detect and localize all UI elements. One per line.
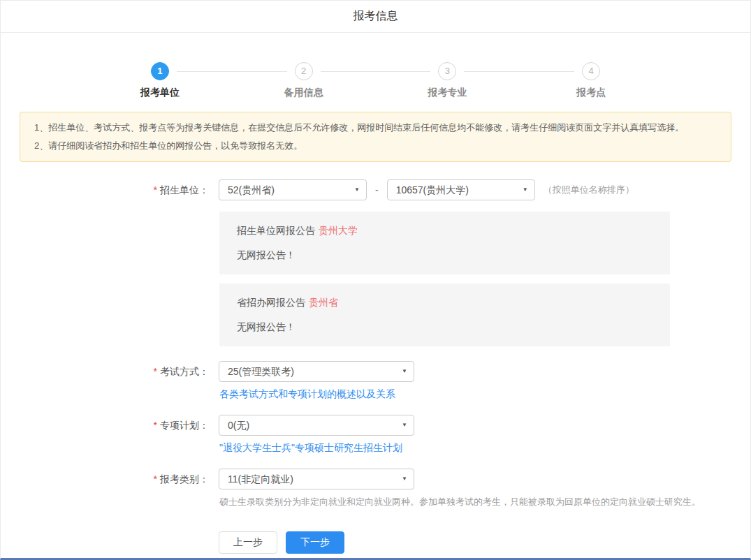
exam-method-row: *考试方式： 25(管理类联考) ▼ — [1, 361, 750, 382]
special-plan-label: *专项计划： — [1, 415, 209, 436]
step-4-label: 报考点 — [519, 87, 663, 99]
category-label: *报考类别： — [1, 469, 209, 489]
page-header: 报考信息 — [1, 1, 750, 33]
exam-method-info-link[interactable]: 各类考试方式和专项计划的概述以及关系 — [219, 388, 395, 399]
step-3-circle: 3 — [438, 62, 456, 80]
unit-announcement-body: 无网报公告！ — [237, 249, 652, 265]
select-separator: - — [375, 179, 379, 200]
wizard-stepper: 1 报考单位 2 备用信息 3 报考专业 4 报考点 — [88, 62, 663, 99]
unit-announcement-link[interactable]: 贵州大学 — [319, 225, 358, 236]
warning-line-1: 1、招生单位、考试方式、报考点等为报考关键信息，在提交信息后不允许修改，网报时间… — [34, 119, 717, 137]
school-select[interactable]: 10657(贵州大学) — [387, 179, 535, 200]
step-major[interactable]: 3 报考专业 — [376, 62, 520, 99]
exam-method-label: *考试方式： — [1, 361, 209, 382]
special-plan-select[interactable]: 0(无) — [219, 415, 414, 436]
warning-notice: 1、招生单位、考试方式、报考点等为报考关键信息，在提交信息后不允许修改，网报时间… — [20, 112, 731, 162]
step-2-circle: 2 — [295, 62, 313, 80]
unit-announcement-title: 招生单位网报公告贵州大学 — [237, 225, 652, 237]
province-select[interactable]: 52(贵州省) — [219, 179, 367, 200]
next-step-button[interactable]: 下一步 — [286, 531, 344, 554]
application-form: *招生单位： 52(贵州省) ▼ - 10657(贵州大学) ▼ （按照单位名称… — [1, 179, 750, 554]
prev-step-button[interactable]: 上一步 — [219, 531, 277, 554]
exam-method-select-wrap: 25(管理类联考) ▼ — [219, 361, 414, 382]
veteran-plan-info-link[interactable]: "退役大学生士兵"专项硕士研究生招生计划 — [219, 442, 402, 453]
warning-line-2: 2、请仔细阅读省招办和招生单位的网报公告，以免导致报名无效。 — [34, 137, 717, 155]
province-announcement-body: 无网报公告！ — [237, 321, 652, 337]
admission-unit-label: *招生单位： — [1, 179, 209, 200]
admission-unit-row: *招生单位： 52(贵州省) ▼ - 10657(贵州大学) ▼ （按照单位名称… — [1, 179, 750, 200]
special-plan-select-wrap: 0(无) ▼ — [219, 415, 414, 436]
required-marker: * — [154, 473, 157, 485]
school-select-wrap: 10657(贵州大学) ▼ — [387, 179, 535, 200]
province-announcement-title: 省招办网报公告贵州省 — [237, 297, 652, 309]
special-plan-row: *专项计划： 0(无) ▼ — [1, 415, 750, 436]
exam-method-select[interactable]: 25(管理类联考) — [219, 361, 414, 382]
category-select[interactable]: 11(非定向就业) — [219, 469, 414, 489]
step-2-label: 备用信息 — [232, 87, 376, 99]
step-exam-site[interactable]: 4 报考点 — [519, 62, 663, 99]
step-1-label: 报考单位 — [88, 87, 232, 99]
step-3-label: 报考专业 — [376, 87, 520, 99]
required-marker: * — [154, 366, 157, 377]
step-4-circle: 4 — [582, 62, 600, 80]
category-row: *报考类别： 11(非定向就业) ▼ — [1, 469, 750, 489]
required-marker: * — [154, 420, 157, 431]
unit-announcement-box: 招生单位网报公告贵州大学 无网报公告！ — [219, 212, 670, 274]
application-info-page: 报考信息 1 报考单位 2 备用信息 3 报考专业 4 报考点 1、招生单位、考… — [0, 0, 751, 560]
category-select-wrap: 11(非定向就业) ▼ — [219, 469, 414, 489]
step-1-circle: 1 — [151, 62, 169, 80]
unit-sort-hint: （按照单位名称排序） — [544, 179, 634, 200]
page-title: 报考信息 — [353, 9, 398, 24]
province-announcement-box: 省招办网报公告贵州省 无网报公告！ — [219, 283, 670, 346]
wizard-buttons: 上一步 下一步 — [219, 531, 750, 554]
exam-method-link-line: 各类考试方式和专项计划的概述以及关系 — [219, 388, 750, 401]
special-plan-link-line: "退役大学生士兵"专项硕士研究生招生计划 — [219, 441, 750, 455]
required-marker: * — [154, 184, 157, 196]
category-hint: 硕士生录取类别分为非定向就业和定向就业两种。参加单独考试的考生，只能被录取为回原… — [219, 496, 750, 508]
province-announcement-link[interactable]: 贵州省 — [309, 297, 338, 308]
province-select-wrap: 52(贵州省) ▼ — [219, 179, 367, 200]
step-unit[interactable]: 1 报考单位 — [88, 62, 232, 99]
step-backup-info[interactable]: 2 备用信息 — [232, 62, 376, 99]
